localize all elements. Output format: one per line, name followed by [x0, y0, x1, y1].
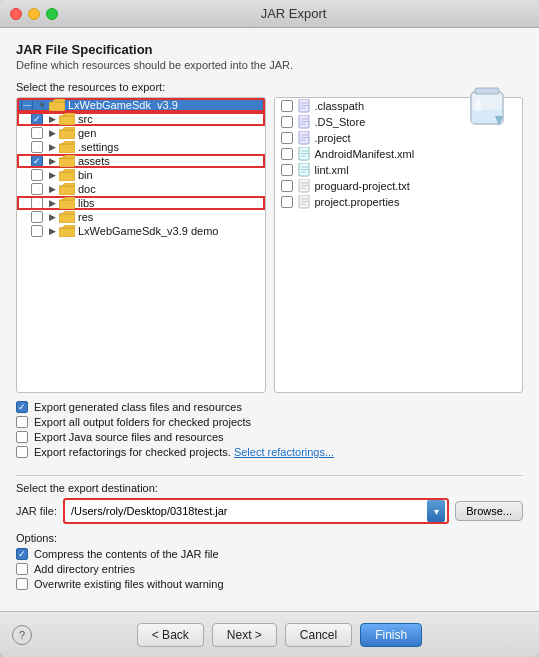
tree-item-res[interactable]: ▶ res: [17, 210, 265, 224]
destination-label: Select the export destination:: [16, 482, 523, 494]
jar-icon: [465, 78, 509, 133]
src-checkbox[interactable]: [31, 113, 43, 125]
bopt1-checkbox[interactable]: [16, 548, 28, 560]
project-checkbox[interactable]: [281, 132, 293, 144]
close-button[interactable]: [10, 8, 22, 20]
option-row-2: Export all output folders for checked pr…: [16, 416, 523, 428]
svg-rect-6: [59, 116, 75, 125]
right-item-lint[interactable]: lint.xml: [275, 162, 523, 178]
option-row-3: Export Java source files and resources: [16, 431, 523, 443]
export-options: Export generated class files and resourc…: [16, 401, 523, 461]
libs-arrow: ▶: [47, 198, 57, 208]
dsstore-checkbox[interactable]: [281, 116, 293, 128]
option-row-4: Export refactorings for checked projects…: [16, 446, 523, 458]
traffic-lights: [10, 8, 58, 20]
res-checkbox[interactable]: [31, 211, 43, 223]
libs-folder-icon: [59, 197, 75, 209]
assets-checkbox[interactable]: [31, 155, 43, 167]
tree-item-libs[interactable]: ▶ libs: [17, 196, 265, 210]
select-refactorings-link[interactable]: Select refactorings...: [234, 446, 334, 458]
src-label: src: [78, 113, 93, 125]
bin-folder-icon: [59, 169, 75, 181]
libs-checkbox[interactable]: [31, 197, 43, 209]
divider: [16, 475, 523, 476]
doc-folder-icon: [59, 183, 75, 195]
tree-item-demo[interactable]: ▶ LxWebGameSdk_v3.9 demo: [17, 224, 265, 238]
folder-icon: [49, 99, 65, 111]
tree-item-assets[interactable]: ▶ assets: [17, 154, 265, 168]
opt1-checkbox[interactable]: [16, 401, 28, 413]
opt2-checkbox[interactable]: [16, 416, 28, 428]
destination-row: JAR file: Browse...: [16, 498, 523, 524]
finish-button[interactable]: Finish: [360, 623, 422, 647]
right-tree-panel[interactable]: .classpath .DS_Store .project: [274, 97, 524, 393]
title-bar: JAR Export: [0, 0, 539, 28]
help-button[interactable]: ?: [12, 625, 32, 645]
classpath-label: .classpath: [315, 100, 365, 112]
next-button[interactable]: Next >: [212, 623, 277, 647]
tree-item-src[interactable]: ▶ src: [17, 112, 265, 126]
browse-button[interactable]: Browse...: [455, 501, 523, 521]
svg-rect-14: [59, 228, 75, 237]
svg-rect-10: [59, 172, 75, 181]
properties-label: project.properties: [315, 196, 400, 208]
option-row-1: Export generated class files and resourc…: [16, 401, 523, 413]
tree-item-gen[interactable]: ▶ gen: [17, 126, 265, 140]
maximize-button[interactable]: [46, 8, 58, 20]
right-item-properties[interactable]: project.properties: [275, 194, 523, 210]
tree-item-bin[interactable]: ▶ bin: [17, 168, 265, 182]
bin-label: bin: [78, 169, 93, 181]
opt1-label: Export generated class files and resourc…: [34, 401, 242, 413]
opt3-checkbox[interactable]: [16, 431, 28, 443]
settings-arrow: ▶: [47, 142, 57, 152]
bopt-row-3: Overwrite existing files without warning: [16, 578, 523, 590]
settings-folder-icon: [59, 141, 75, 153]
lint-icon: [298, 163, 311, 177]
demo-label: LxWebGameSdk_v3.9 demo: [78, 225, 218, 237]
left-tree-panel[interactable]: ▾ LxWebGameSdk_v3.9 ▶: [16, 97, 266, 393]
bopt-row-2: Add directory entries: [16, 563, 523, 575]
right-item-manifest[interactable]: AndroidManifest.xml: [275, 146, 523, 162]
settings-label: .settings: [78, 141, 119, 153]
tree-item-settings[interactable]: ▶ .settings: [17, 140, 265, 154]
doc-checkbox[interactable]: [31, 183, 43, 195]
tree-root-item[interactable]: ▾ LxWebGameSdk_v3.9: [17, 98, 265, 112]
bin-arrow: ▶: [47, 170, 57, 180]
src-arrow: ▶: [47, 114, 57, 124]
gen-checkbox[interactable]: [31, 127, 43, 139]
lint-checkbox[interactable]: [281, 164, 293, 176]
jar-dropdown-button[interactable]: [427, 500, 445, 522]
header-section: JAR File Specification Define which reso…: [16, 42, 523, 81]
properties-checkbox[interactable]: [281, 196, 293, 208]
right-item-proguard[interactable]: proguard-project.txt: [275, 178, 523, 194]
footer: ? < Back Next > Cancel Finish: [0, 611, 539, 657]
bopt2-checkbox[interactable]: [16, 563, 28, 575]
proguard-checkbox[interactable]: [281, 180, 293, 192]
libs-label: libs: [78, 197, 95, 209]
bopt2-label: Add directory entries: [34, 563, 135, 575]
opt4-label: Export refactorings for checked projects…: [34, 446, 231, 458]
opt4-checkbox[interactable]: [16, 446, 28, 458]
classpath-checkbox[interactable]: [281, 100, 293, 112]
minimize-button[interactable]: [28, 8, 40, 20]
back-button[interactable]: < Back: [137, 623, 204, 647]
bopt3-checkbox[interactable]: [16, 578, 28, 590]
section-description: Define which resources should be exporte…: [16, 59, 463, 71]
gen-arrow: ▶: [47, 128, 57, 138]
bopt3-label: Overwrite existing files without warning: [34, 578, 224, 590]
properties-icon: [298, 195, 311, 209]
window-title: JAR Export: [58, 6, 529, 21]
bopt1-label: Compress the contents of the JAR file: [34, 548, 219, 560]
demo-checkbox[interactable]: [31, 225, 43, 237]
tree-item-doc[interactable]: ▶ doc: [17, 182, 265, 196]
proguard-label: proguard-project.txt: [315, 180, 410, 192]
root-checkbox[interactable]: [21, 99, 33, 111]
manifest-checkbox[interactable]: [281, 148, 293, 160]
cancel-button[interactable]: Cancel: [285, 623, 352, 647]
dsstore-icon: [298, 115, 311, 129]
dsstore-label: .DS_Store: [315, 116, 366, 128]
jar-export-window: JAR Export JAR File Specification Define…: [0, 0, 539, 657]
bin-checkbox[interactable]: [31, 169, 43, 181]
settings-checkbox[interactable]: [31, 141, 43, 153]
jar-path-input[interactable]: [67, 502, 427, 520]
